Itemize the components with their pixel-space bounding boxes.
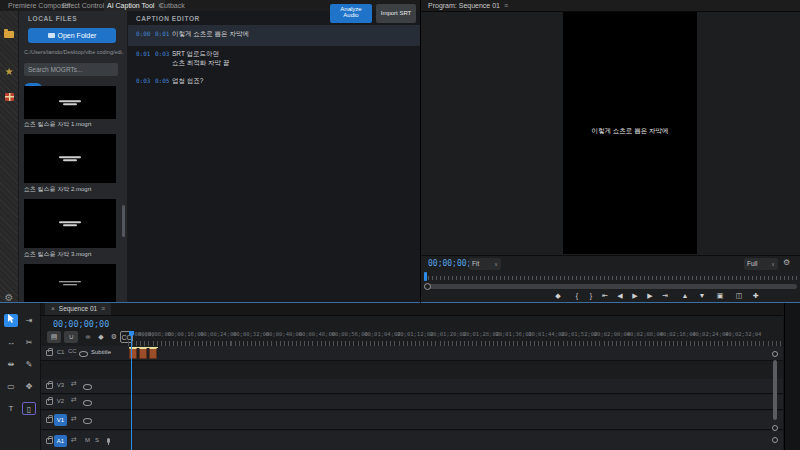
- track-output-eye-icon[interactable]: [79, 351, 88, 357]
- subtitle-track-row[interactable]: C1 CC Subtitle: [41, 346, 783, 360]
- video-preview[interactable]: 이렇게 쇼츠로 뽑은 자막에: [563, 12, 697, 254]
- local-files-scrollbar[interactable]: [122, 205, 125, 237]
- timeline-settings-wrench-icon[interactable]: ⚙: [107, 331, 121, 343]
- lift-button[interactable]: ▲: [678, 290, 692, 302]
- scrollbar-knob[interactable]: [772, 425, 778, 431]
- caption-end-time[interactable]: 0:05: [155, 77, 169, 84]
- snap-icon[interactable]: ∪: [64, 331, 78, 343]
- scrollbar-thumb[interactable]: [773, 360, 777, 420]
- subtitle-clip[interactable]: [149, 348, 157, 359]
- lock-icon[interactable]: [46, 438, 53, 444]
- solo-button[interactable]: S: [95, 437, 99, 443]
- rectangle-tool[interactable]: ▭: [4, 380, 18, 393]
- ripple-edit-tool[interactable]: ↔: [4, 336, 18, 349]
- mogrt-thumbnail[interactable]: [24, 264, 116, 302]
- sync-lock-icon[interactable]: ⇄: [71, 436, 77, 444]
- voiceover-mic-icon[interactable]: [107, 438, 110, 443]
- scrollbar-knob[interactable]: [772, 351, 778, 357]
- lock-icon[interactable]: [46, 350, 53, 356]
- add-marker-icon[interactable]: ◆: [94, 331, 108, 343]
- hand-tool[interactable]: ✥: [22, 380, 36, 393]
- linked-selection-icon[interactable]: ∞: [81, 331, 95, 343]
- comparison-view-button[interactable]: ◫: [732, 290, 746, 302]
- track-badge-a1[interactable]: A1: [54, 435, 67, 447]
- caption-text[interactable]: 이렇게 쇼츠로 뽑은 자막에: [172, 30, 249, 39]
- export-frame-button[interactable]: ▣: [713, 290, 727, 302]
- mute-button[interactable]: M: [85, 437, 90, 443]
- tab-cutback[interactable]: Cutback: [156, 0, 188, 11]
- track-select-forward-tool[interactable]: ⇥: [22, 314, 36, 327]
- lock-icon[interactable]: [46, 399, 53, 405]
- audio-track-row-a1[interactable]: A1 ⇄ M S: [41, 431, 783, 450]
- slip-tool[interactable]: ⇹: [4, 358, 18, 371]
- tab-sequence-01[interactable]: ×Sequence 01≡: [45, 303, 111, 315]
- mark-in-button[interactable]: {: [570, 290, 584, 302]
- track-badge-v1[interactable]: V1: [54, 414, 67, 426]
- caption-end-time[interactable]: 0:03: [155, 50, 169, 57]
- type-tool[interactable]: T: [4, 402, 18, 415]
- go-to-in-button[interactable]: ⇤: [598, 290, 612, 302]
- open-folder-button[interactable]: Open Folder: [28, 28, 116, 43]
- extract-button[interactable]: ▼: [695, 290, 709, 302]
- track-badge-v3[interactable]: V3: [54, 381, 67, 390]
- caption-start-time[interactable]: 0:00: [136, 30, 150, 37]
- program-playhead[interactable]: [424, 272, 427, 281]
- play-button[interactable]: ▶: [628, 290, 642, 302]
- caption-row[interactable]: 0:01 0:03 SRT 업로드하면 쇼츠 최적화 자막 끝: [128, 47, 420, 72]
- subtitle-clip[interactable]: [139, 348, 147, 359]
- video-track-row-v1[interactable]: V1 ⇄: [41, 411, 783, 429]
- caption-text[interactable]: 엄청 쉽죠?: [172, 77, 203, 86]
- analyze-audio-button[interactable]: Analyze Audio: [330, 4, 372, 23]
- tab-effect-controls[interactable]: Effect Controls: [59, 0, 111, 11]
- track-output-eye-icon[interactable]: [83, 384, 92, 390]
- go-to-out-button[interactable]: ⇥: [658, 290, 672, 302]
- scrollbar-knob[interactable]: [424, 283, 431, 290]
- caption-row[interactable]: 0:03 0:05 엄청 쉽죠?: [128, 73, 420, 89]
- sync-lock-icon[interactable]: ⇄: [71, 415, 77, 423]
- add-marker-button[interactable]: ◆: [551, 290, 565, 302]
- settings-button[interactable]: ⚙: [3, 287, 15, 299]
- video-track-row-v3[interactable]: V3 ⇄: [41, 379, 783, 393]
- vertical-type-tool[interactable]: ▯: [22, 402, 36, 415]
- mark-out-button[interactable]: }: [584, 290, 598, 302]
- sync-lock-icon[interactable]: ⇄: [71, 396, 77, 404]
- playback-resolution-select[interactable]: ∨Full: [744, 258, 778, 270]
- local-files-icon[interactable]: [3, 28, 15, 40]
- mogrt-thumbnail[interactable]: [24, 134, 116, 183]
- button-editor-button[interactable]: ✚: [749, 290, 763, 302]
- zoom-level-select[interactable]: ∨Fit: [469, 258, 501, 270]
- search-input[interactable]: Search MOGRTs...: [24, 63, 118, 76]
- panel-menu-icon[interactable]: ≡: [101, 305, 105, 312]
- track-output-eye-icon[interactable]: [83, 400, 92, 406]
- track-badge-v2[interactable]: V2: [54, 397, 67, 406]
- caption-text[interactable]: 쇼츠 최적화 자막 끝: [172, 59, 229, 68]
- step-forward-button[interactable]: ▶: [643, 290, 657, 302]
- timeline-ruler[interactable]: 00;0000;00;08;0000;00;16;0000;00;24;0000…: [128, 330, 783, 346]
- caption-start-time[interactable]: 0:01: [136, 50, 150, 57]
- mogrt-thumbnail[interactable]: [24, 199, 116, 248]
- tab-program-sequence[interactable]: Program: Sequence 01≡: [425, 0, 511, 11]
- track-output-eye-icon[interactable]: [83, 418, 92, 424]
- selection-tool[interactable]: [4, 314, 18, 327]
- pen-tool[interactable]: ✎: [22, 358, 36, 371]
- razor-tool[interactable]: ✂: [22, 336, 36, 349]
- mogrt-thumbnail[interactable]: [24, 86, 116, 119]
- lock-icon[interactable]: [46, 383, 53, 389]
- insert-sequence-icon[interactable]: ▤: [47, 331, 61, 343]
- caption-end-time[interactable]: 0:01: [155, 30, 169, 37]
- scrollbar-knob[interactable]: [772, 437, 778, 443]
- panel-menu-icon[interactable]: ≡: [504, 2, 508, 9]
- caption-row[interactable]: 0:00 0:01 이렇게 쇼츠로 뽑은 자막에: [128, 25, 420, 46]
- caption-start-time[interactable]: 0:03: [136, 77, 150, 84]
- lock-icon[interactable]: [46, 417, 53, 423]
- settings-wrench-button[interactable]: ⚙: [783, 258, 790, 267]
- close-icon[interactable]: ×: [51, 305, 55, 312]
- timeline-timecode[interactable]: 00;00;00;00: [53, 319, 109, 329]
- subtitle-track-badge[interactable]: C1: [54, 348, 67, 357]
- program-scrollbar[interactable]: [424, 284, 797, 289]
- sync-lock-icon[interactable]: ⇄: [71, 380, 77, 388]
- captions-track-icon[interactable]: CC: [68, 348, 77, 354]
- step-back-button[interactable]: ◀: [613, 290, 627, 302]
- video-track-row-v2[interactable]: V2 ⇄: [41, 395, 783, 409]
- caption-text[interactable]: SRT 업로드하면: [172, 50, 219, 59]
